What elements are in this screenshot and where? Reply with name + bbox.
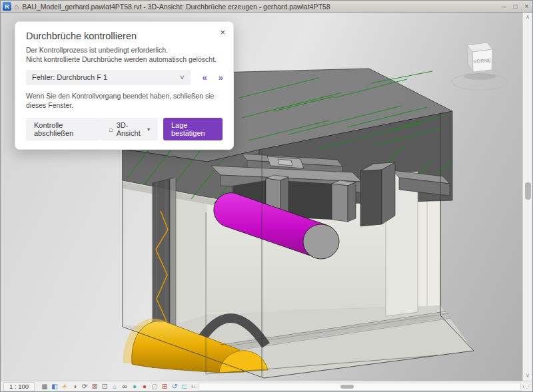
revit-window: R ⌂ BAU_Modell_gerhard.pawlat4PT58.rvt -… [0,0,533,392]
view-control-icons: ▦◧☀◑⟳⊠⊡⌂∞●●▢⊞↺⊏ [40,382,189,391]
viewcube[interactable]: VORNE [452,43,508,90]
error-dropdown[interactable]: Fehler: Durchbruch F 1 ∨ [26,70,191,85]
locked-3d-view-icon[interactable]: ⌂ [110,382,119,391]
dialog-close-icon[interactable]: × [220,27,225,37]
resize-grip-icon[interactable]: ⋰ [526,383,531,389]
scale-button[interactable]: 1 : 100 [3,382,35,391]
scroll-down-button[interactable]: ∨ [523,371,532,381]
caret-down-icon: ▾ [147,126,150,132]
detail-level-icon[interactable]: ▦ [40,382,49,391]
home-icon[interactable]: ⌂ [14,3,19,11]
finish-control-button[interactable]: Kontrolle abschließen [26,118,101,140]
dialog-text-line1: Der Kontrollprozess ist unbedingt erford… [26,46,223,55]
shadows-icon[interactable]: ◑ [70,382,79,391]
reveal-hidden-icon[interactable]: ● [130,382,139,391]
durchbrueche-dialog: × Durchbrüche kontrollieren Der Kontroll… [15,21,234,150]
dialog-button-row: Kontrolle abschließen ⌂ 3D-Ansicht ▾ Lag… [26,118,223,140]
constraints-icon[interactable]: ⊞ [160,382,169,391]
close-window-button[interactable]: × [521,3,532,10]
dialog-title: Durchbrüche kontrollieren [26,31,223,41]
previous-error-button[interactable]: « [203,73,207,83]
maximize-button[interactable]: □ [510,3,521,10]
title-bar: R ⌂ BAU_Modell_gerhard.pawlat4PT58.rvt -… [1,1,532,13]
sun-path-icon[interactable]: ☀ [60,382,69,391]
confirm-position-label: Lage bestätigen [171,121,205,137]
house-icon: ⌂ [109,125,113,133]
next-error-button[interactable]: » [219,73,223,83]
window-controls: – □ × [498,3,532,10]
error-navigation-row: Fehler: Durchbruch F 1 ∨ « » [26,70,223,85]
scroll-right-button[interactable]: › [522,382,524,391]
dialog-note: Wenn Sie den Kontrollvorgang beendet hab… [26,92,223,110]
temporary-hide-isolate-icon[interactable]: ∞ [120,382,129,391]
view-control-bar: 1 : 100 ▦◧☀◑⟳⊠⊡⌂∞●●▢⊞↺⊏ ‹ ‹ › ⋰ [1,381,532,391]
rendering-icon[interactable]: ⟳ [80,382,89,391]
view-dropdown-label: 3D-Ansicht [117,121,144,137]
error-dropdown-value: Fehler: Durchbruch F 1 [32,73,107,81]
finish-control-label: Kontrolle abschließen [34,121,93,137]
vertical-scrollbar[interactable]: ∧ ∨ [522,13,532,381]
worksharing-display-icon[interactable]: ⊏ [180,382,189,391]
displaced-elements-icon[interactable]: ↺ [170,382,179,391]
crop-view-icon[interactable]: ⊠ [90,382,99,391]
horizontal-scroll-thumb[interactable] [340,385,354,389]
viewcube-front-label: VORNE [473,57,492,65]
magenta-pipe-cap [303,224,339,259]
dialog-text-line2: Nicht kontrollierte Durchbrüche werden a… [26,55,223,65]
temporary-view-properties-icon[interactable]: ▢ [150,382,159,391]
3d-viewport[interactable]: VORNE ∧ ∨ × Durchbrüche kontrollieren De… [1,13,532,381]
horizontal-scrollbar[interactable] [198,383,521,391]
view-dropdown-button[interactable]: ⌂ 3D-Ansicht ▾ [101,118,158,140]
visual-style-icon[interactable]: ◧ [50,382,59,391]
crop-region-icon[interactable]: ⊡ [100,382,109,391]
confirm-position-button[interactable]: Lage bestätigen [163,118,223,140]
scroll-left-button[interactable]: ‹ [193,382,195,391]
scroll-up-button[interactable]: ∧ [523,13,532,22]
vertical-scroll-thumb[interactable] [525,182,531,200]
chevron-down-icon: ∨ [179,74,185,81]
analytical-model-icon[interactable]: ● [140,382,149,391]
minimize-button[interactable]: – [498,3,510,10]
revit-app-icon[interactable]: R [3,2,11,11]
window-title: BAU_Modell_gerhard.pawlat4PT58.rvt - 3D-… [22,3,330,11]
